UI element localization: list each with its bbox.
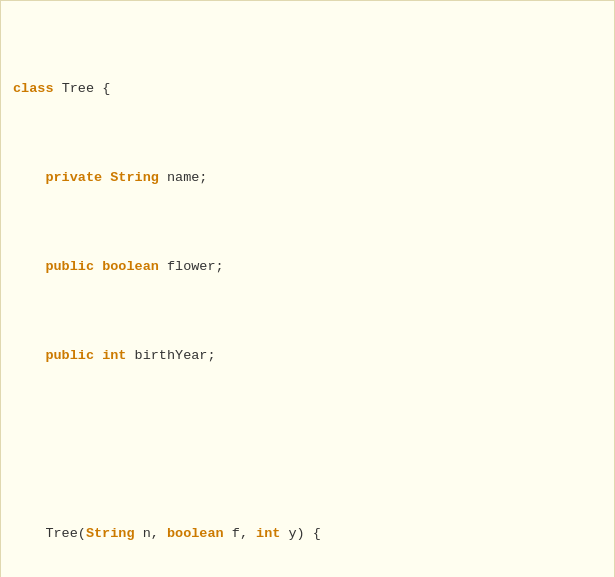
code-container: class Tree { private String name; public… <box>0 0 615 577</box>
code-line-6: Tree(String n, boolean f, int y) { <box>13 523 602 545</box>
code-line-2: private String name; <box>13 167 602 189</box>
code-line-4: public int birthYear; <box>13 345 602 367</box>
code-line-1: class Tree { <box>13 78 602 100</box>
code-block: class Tree { private String name; public… <box>13 11 602 577</box>
code-line-3: public boolean flower; <box>13 256 602 278</box>
code-line-5 <box>13 434 602 456</box>
